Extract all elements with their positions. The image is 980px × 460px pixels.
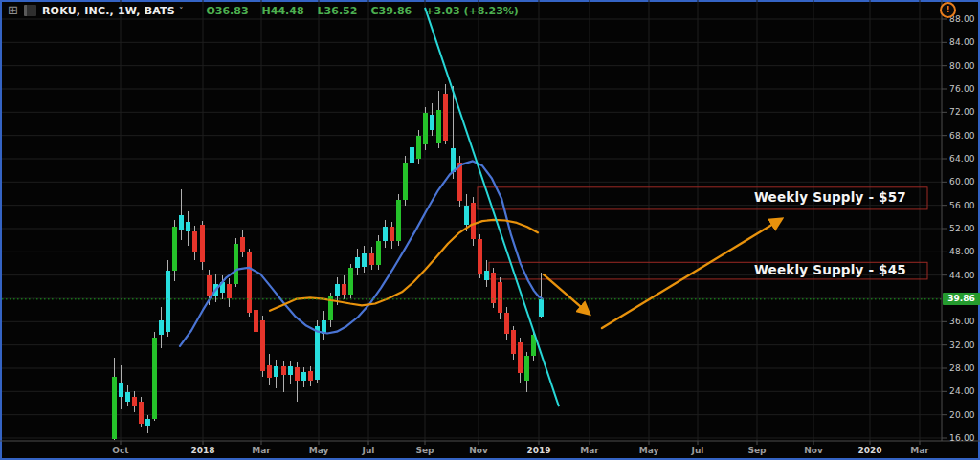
- candle-up: [464, 206, 469, 225]
- ohlc-low: L36.52: [318, 5, 358, 17]
- price-axis-label: 68.00: [949, 131, 978, 141]
- candle-up: [348, 268, 353, 296]
- price-axis-label: 84.00: [949, 37, 978, 47]
- candle-down: [207, 275, 212, 297]
- watchlist-grid-icon[interactable]: ⊞: [8, 4, 18, 17]
- candle-up: [416, 136, 421, 159]
- candle-down: [443, 94, 448, 141]
- candle-up: [410, 147, 414, 163]
- price-axis-label: 48.00: [949, 247, 978, 256]
- candle-down: [390, 227, 394, 242]
- candle-up: [436, 110, 441, 143]
- ma-line-orange[interactable]: [270, 220, 538, 311]
- exchange-logo-icon: [24, 5, 36, 16]
- candle-up: [125, 392, 130, 402]
- candle-down: [518, 342, 523, 373]
- candle-up: [288, 366, 293, 375]
- candle-up: [484, 271, 489, 280]
- candle-up: [362, 253, 367, 267]
- candle-down: [247, 252, 252, 313]
- price-axis-label: 60.00: [949, 177, 978, 186]
- price-axis-label: 32.00: [949, 340, 978, 350]
- ohlc-high: H44.48: [262, 5, 304, 17]
- price-axis-label: 64.00: [949, 154, 978, 164]
- candle-up: [335, 284, 340, 296]
- candle-up: [119, 383, 123, 397]
- candle-up: [301, 372, 306, 381]
- time-axis-label: Mar: [580, 446, 598, 455]
- time-axis-label: Mar: [910, 446, 928, 455]
- price-axis-label: 72.00: [949, 107, 978, 117]
- candle-up: [315, 326, 320, 381]
- candlestick-chart: [0, 0, 980, 460]
- candle-down: [308, 371, 313, 381]
- price-axis-label: 56.00: [949, 201, 978, 210]
- time-axis-label: 2018: [190, 446, 214, 455]
- candle-up: [524, 356, 529, 381]
- candle-down: [227, 284, 232, 298]
- candle-up: [166, 271, 170, 332]
- chevron-down-icon[interactable]: ˅: [179, 6, 184, 15]
- candle-up: [451, 148, 456, 172]
- candle-down: [478, 239, 482, 274]
- price-axis-label: 28.00: [949, 363, 978, 373]
- candle-down: [267, 365, 272, 378]
- time-axis-label: Oct: [112, 446, 128, 455]
- price-axis-label: 36.00: [949, 317, 978, 326]
- candle-down: [281, 366, 286, 375]
- candle-up: [539, 299, 544, 317]
- candle-up: [396, 200, 401, 242]
- candle-up: [383, 227, 388, 241]
- candle-down: [342, 284, 346, 296]
- candle-down: [491, 273, 496, 303]
- time-axis-label: 2020: [858, 446, 881, 455]
- candle-down: [192, 231, 197, 252]
- time-axis-label: May: [639, 446, 659, 455]
- supply-zone-57-label[interactable]: Weekly Supply - $57: [754, 189, 906, 205]
- candle-up: [403, 163, 408, 199]
- ohlc-open: O36.83: [206, 5, 248, 17]
- candle-up: [274, 366, 278, 377]
- price-axis-label: 20.00: [949, 410, 978, 420]
- price-axis-label: 80.00: [949, 61, 978, 71]
- chart-header: ⊞ ROKU, INC., 1W, BATS ˅ O36.83 H44.48 L…: [8, 3, 519, 18]
- price-axis-label: 76.00: [949, 84, 978, 94]
- candle-down: [254, 310, 258, 332]
- chart-window: ⊞ ROKU, INC., 1W, BATS ˅ O36.83 H44.48 L…: [0, 0, 980, 460]
- arrow-drawing-1[interactable]: [544, 274, 589, 314]
- price-change: +3.03 (+8.23%): [425, 5, 519, 17]
- price-axis-label: 24.00: [949, 386, 978, 396]
- candle-up: [159, 320, 164, 335]
- time-axis-label: Sep: [747, 446, 766, 455]
- candle-down: [369, 253, 374, 265]
- candle-down: [511, 330, 516, 353]
- candle-down: [498, 282, 502, 313]
- candle-up: [376, 241, 381, 265]
- candle-down: [139, 402, 144, 425]
- alert-warning-icon[interactable]: !: [940, 2, 956, 18]
- candle-down: [504, 313, 509, 334]
- candle-down: [132, 397, 137, 406]
- candle-down: [295, 367, 300, 381]
- price-axis-label: 52.00: [949, 224, 978, 233]
- candle-down: [260, 320, 265, 371]
- candle-up: [152, 338, 157, 419]
- time-axis-label: Jul: [363, 446, 375, 455]
- time-axis-label: Nov: [804, 446, 823, 455]
- candle-up: [145, 419, 150, 426]
- ohlc-close: C39.86: [370, 5, 412, 17]
- last-price-label: 39.86: [943, 293, 980, 305]
- candle-up: [423, 113, 428, 144]
- candle-down: [471, 203, 476, 239]
- price-axis-label: 44.00: [949, 271, 978, 280]
- candle-down: [240, 237, 245, 252]
- candle-up: [322, 320, 326, 334]
- time-axis-label: Mar: [252, 446, 270, 455]
- time-axis-label: Jul: [692, 446, 704, 455]
- candle-up: [234, 244, 238, 284]
- supply-zone-45-label[interactable]: Weekly Supply - $45: [754, 262, 906, 277]
- time-axis-label: Sep: [415, 446, 434, 455]
- candle-up: [430, 115, 434, 129]
- candle-up: [172, 227, 177, 271]
- symbol-title[interactable]: ROKU, INC., 1W, BATS: [42, 5, 175, 17]
